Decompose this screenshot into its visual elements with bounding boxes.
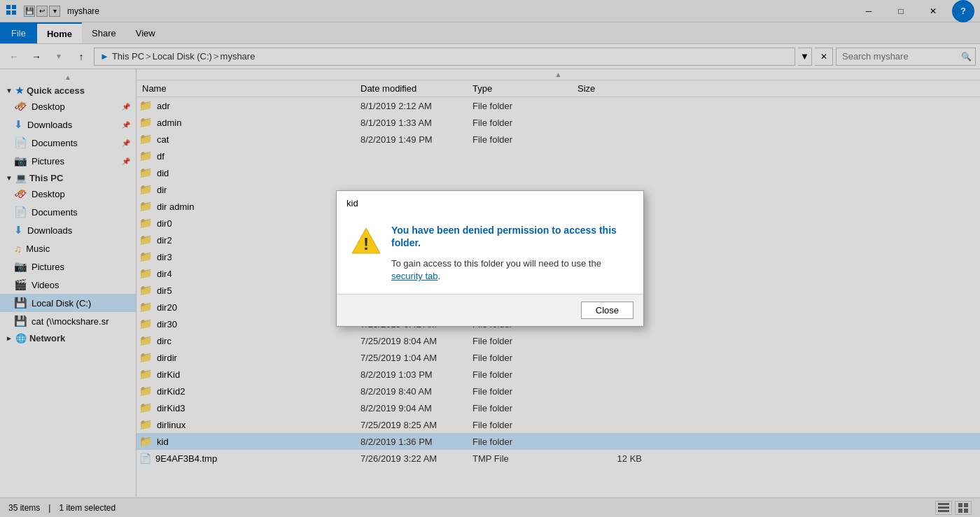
permission-denied-dialog: kid ! You have been denied permission to…	[336, 190, 644, 327]
svg-text:!: !	[363, 234, 369, 253]
modal-title: kid	[346, 198, 358, 208]
modal-body: ! You have been denied permission to acc…	[337, 213, 643, 295]
modal-text-block: You have been denied permission to acces…	[391, 224, 629, 283]
security-tab-link[interactable]: security tab	[391, 271, 438, 281]
warning-icon: !	[351, 225, 382, 262]
modal-overlay: kid ! You have been denied permission to…	[0, 0, 980, 517]
modal-main-text: You have been denied permission to acces…	[391, 224, 629, 249]
modal-titlebar: kid	[337, 191, 643, 213]
modal-sub-text: To gain access to this folder you will n…	[391, 257, 629, 283]
modal-footer: Close	[337, 294, 643, 326]
close-button[interactable]: Close	[581, 302, 634, 319]
